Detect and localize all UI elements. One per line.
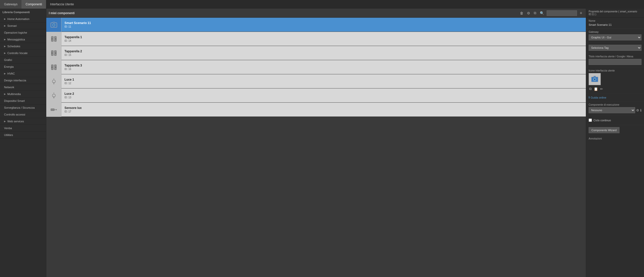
component-id: ID: 11 — [64, 25, 91, 28]
arrow-icon: ▶ — [4, 25, 6, 27]
component-id: ID: 17 — [64, 110, 82, 113]
componente-select[interactable]: Nessuno — [589, 107, 635, 113]
sidebar-item-design[interactable]: Design interfaccia — [0, 77, 46, 84]
icone-section: Icone interfaccia utente ⧉ 📋 ✏ — [586, 67, 644, 94]
tag-select[interactable]: Seleziona Tag — [589, 45, 641, 51]
list-actions: 🗑 ⚙ ⧉ 🔍 + — [519, 10, 583, 16]
titolo-input[interactable] — [589, 59, 641, 65]
component-info: Tapparella 2 ID: 15 — [61, 50, 85, 56]
component-name: Tapparella 2 — [64, 50, 82, 53]
sidebar-item-operazioni[interactable]: Operazioni logiche — [0, 29, 46, 36]
sidebar-item-controllo-accessi[interactable]: Controllo accessi — [0, 111, 46, 118]
search-input[interactable] — [547, 10, 577, 16]
right-panel: Proprietà del componente ( smart_scenari… — [586, 9, 644, 277]
content-area: I miei componenti 🗑 ⚙ ⧉ 🔍 + — [46, 9, 586, 277]
component-info: Tapparella 1 ID: 14 — [61, 35, 85, 42]
component-name: Luce 1 — [64, 78, 74, 81]
exec-row: Nessuno ⚙ ℹ — [589, 107, 641, 113]
sidebar-item-controllo-vocale[interactable]: ▶ Controllo Vocale — [0, 50, 46, 57]
component-icon-light — [46, 88, 61, 103]
sidebar-item-grafici[interactable]: Grafici — [0, 57, 46, 63]
component-row[interactable]: Luce 1 ID: 12 — [46, 74, 586, 88]
sidebar-item-sorveglianza[interactable]: Sorveglianza / Sicurezza — [0, 104, 46, 111]
component-name: Smart Scenario 11 — [64, 21, 91, 25]
component-id: ID: 13 — [64, 96, 74, 99]
component-icon-blind — [46, 46, 61, 60]
svg-point-2 — [53, 24, 54, 26]
settings-button[interactable]: ⚙ — [526, 11, 531, 16]
sidebar-item-venba[interactable]: Venba — [0, 125, 46, 132]
add-button[interactable]: + — [579, 11, 583, 15]
component-row[interactable]: Tapparella 3 ID: 16 — [46, 60, 586, 74]
arrow-icon: ▶ — [4, 18, 6, 20]
nome-section: Nome Smart Scenario 11 — [586, 17, 644, 29]
sidebar-item-utilities[interactable]: Utilities — [0, 132, 46, 138]
wizard-section: Components Wizard — [586, 125, 644, 135]
nome-label: Nome — [589, 19, 641, 22]
component-id: ID: 14 — [64, 39, 82, 42]
tag-section: Seleziona Tag — [586, 43, 644, 53]
delete-button[interactable]: 🗑 — [519, 11, 524, 16]
component-id: ID: 15 — [64, 54, 82, 56]
sidebar-item-dispositivi[interactable]: Dispositivi Smart — [0, 98, 46, 104]
main-layout: Libreria Componenti ▶ Home Automation ▶ … — [0, 9, 644, 277]
components-wizard-button[interactable]: Components Wizard — [589, 127, 619, 133]
copy-button[interactable]: ⧉ — [533, 10, 537, 16]
sidebar-item-home-automation[interactable]: ▶ Home Automation — [0, 16, 46, 22]
ciclo-checkbox[interactable] — [589, 119, 592, 122]
icon-edit-button[interactable]: ✏ — [599, 86, 604, 91]
titolo-section: Titolo interfaccia utente / Google / Ale… — [586, 53, 644, 67]
component-icon-blind — [46, 60, 61, 74]
icon-paste-button[interactable]: 📋 — [593, 86, 598, 91]
sidebar-item-energia[interactable]: Energia — [0, 63, 46, 70]
icone-label: Icone interfaccia utente — [589, 69, 641, 72]
nav-componenti[interactable]: Componenti — [21, 0, 46, 9]
sidebar-item-web-services[interactable]: ▶ Web services — [0, 118, 46, 125]
component-row[interactable]: Tapparella 1 ID: 14 — [46, 32, 586, 46]
sidebar-item-multimedia[interactable]: ▶ Multimedia — [0, 91, 46, 98]
icon-preview — [589, 73, 601, 85]
component-name: Tapparella 1 — [64, 35, 82, 39]
component-id: ID: 16 — [64, 68, 82, 71]
component-icon-camera — [46, 18, 61, 32]
exec-settings-button[interactable]: ⚙ — [636, 108, 639, 112]
gateway-label: Gateway — [589, 31, 641, 33]
sidebar-item-hvac[interactable]: ▶ HVAC — [0, 70, 46, 77]
gateway-section: Gateway Graphic UI - Gui — [586, 29, 644, 43]
component-icon-light — [46, 74, 61, 88]
guida-section: ℹ Guida online — [586, 94, 644, 101]
component-info: Luce 1 ID: 12 — [61, 78, 77, 85]
titolo-label: Titolo interfaccia utente / Google / Ale… — [589, 55, 641, 58]
arrow-icon: ▶ — [4, 93, 6, 95]
arrow-icon: ▶ — [4, 38, 6, 41]
exec-info-button[interactable]: ℹ — [640, 108, 641, 112]
icon-copy-button[interactable]: ⧉ — [589, 86, 592, 91]
component-icon-blind — [46, 32, 61, 46]
ciclo-row: Ciclo continuo — [589, 118, 641, 123]
component-row[interactable]: Sensore lux ID: 17 — [46, 103, 586, 117]
component-icon-sensor — [46, 103, 61, 117]
search-icon-button[interactable]: 🔍 — [539, 11, 545, 16]
nome-value: Smart Scenario 11 — [589, 23, 641, 26]
sidebar-item-scenari[interactable]: ▶ Scenari — [0, 22, 46, 29]
info-icon: ℹ — [589, 96, 590, 99]
sidebar-item-network[interactable]: Network — [0, 84, 46, 91]
component-row[interactable]: Luce 2 ID: 13 — [46, 88, 586, 103]
list-title: I miei componenti — [49, 11, 75, 15]
nav-interfaccia[interactable]: Interfaccia Utente — [46, 0, 78, 9]
icon-actions: ⧉ 📋 ✏ — [589, 86, 641, 91]
sidebar-item-messaggistica[interactable]: ▶ Messaggistica — [0, 36, 46, 43]
annotazioni-section: Annotazioni — [586, 135, 644, 143]
component-row[interactable]: Tapparella 2 ID: 15 — [46, 46, 586, 60]
sidebar: Libreria Componenti ▶ Home Automation ▶ … — [0, 9, 46, 277]
gateway-select[interactable]: Graphic UI - Gui — [589, 34, 641, 40]
svg-rect-36 — [594, 76, 596, 77]
nav-gateways[interactable]: Gateways — [0, 0, 21, 9]
guida-link[interactable]: ℹ Guida online — [589, 96, 641, 99]
sidebar-item-schedules[interactable]: ▶ Schedules — [0, 43, 46, 50]
right-panel-title: Proprietà del componente ( smart_scenari… — [586, 9, 644, 17]
component-name: Luce 2 — [64, 92, 74, 96]
component-name: Sensore lux — [64, 106, 82, 110]
component-row[interactable]: Smart Scenario 11 ID: 11 — [46, 18, 586, 32]
component-info: Sensore lux ID: 17 — [61, 106, 85, 113]
